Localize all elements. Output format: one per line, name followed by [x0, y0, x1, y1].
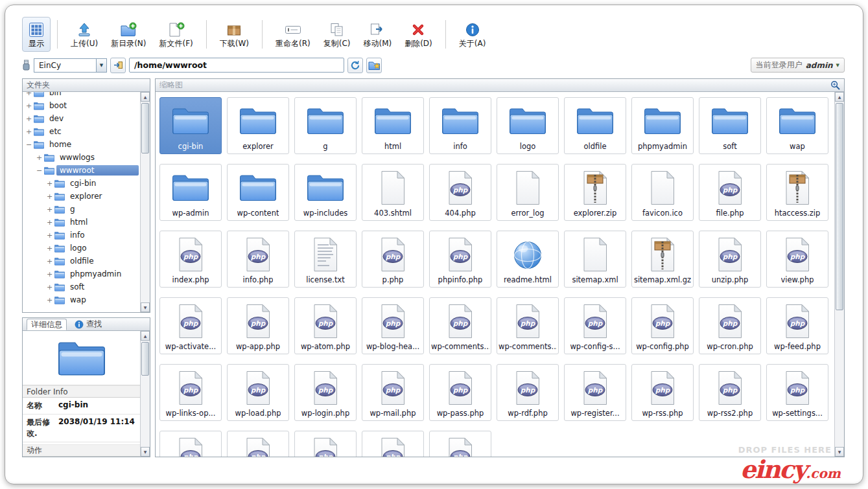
scroll-thumb[interactable]	[141, 103, 149, 154]
file-tile-phpmyadmin[interactable]: phpmyadmin	[631, 97, 694, 154]
file-tile-logo[interactable]: logo	[497, 97, 559, 154]
scroll-down-button[interactable]: ▼	[141, 447, 150, 457]
go-button[interactable]	[110, 58, 126, 73]
file-tile-phpinfo.php[interactable]: php phpinfo.php	[429, 231, 491, 288]
file-tile-wp-atom.php[interactable]: php wp-atom.php	[294, 297, 357, 354]
tree-item-home[interactable]: − home	[23, 138, 140, 151]
file-tile[interactable]: php	[294, 431, 357, 457]
tree-item-dev[interactable]: + dev	[23, 112, 140, 125]
scroll-track[interactable]	[835, 102, 844, 447]
file-tile-wp-config-s...[interactable]: php wp-config-s...	[564, 297, 626, 354]
tab-details[interactable]: 详细信息	[27, 319, 67, 330]
tree-item-etc[interactable]: + etc	[23, 125, 140, 138]
file-tile-wp-content[interactable]: wp-content	[227, 164, 289, 221]
file-tile-file.php[interactable]: php file.php	[699, 164, 761, 221]
file-tile-wap[interactable]: wap	[766, 97, 828, 154]
scroll-track[interactable]	[141, 341, 150, 447]
file-tile-wp-pass.php[interactable]: php wp-pass.php	[429, 364, 491, 421]
tree-item-boot[interactable]: + boot	[23, 99, 140, 112]
favorite-button[interactable]	[366, 58, 382, 73]
site-combobox-value[interactable]: EinCy	[34, 58, 96, 73]
file-tile-wp-feed.php[interactable]: php wp-feed.php	[766, 297, 828, 354]
scroll-up-button[interactable]: ▲	[835, 92, 844, 102]
file-tile-error_log[interactable]: error_log	[497, 164, 559, 221]
tree-item-oldfile[interactable]: + oldfile	[23, 255, 140, 267]
file-tile-wp-settings...[interactable]: php wp-settings...	[766, 364, 828, 421]
site-combobox-dropdown-button[interactable]: ▼	[96, 58, 107, 73]
expand-toggle-icon[interactable]: +	[46, 179, 53, 188]
toolbar-button-new-file[interactable]: 新文件(F)	[153, 17, 200, 52]
expand-toggle-icon[interactable]: −	[36, 166, 43, 175]
toolbar-button-about[interactable]: 关于(A)	[452, 17, 493, 52]
file-tile-oldfile[interactable]: oldfile	[564, 97, 626, 154]
file-tile-wp-rdf.php[interactable]: php wp-rdf.php	[497, 364, 559, 421]
file-tile-wp-activate...[interactable]: php wp-activate...	[159, 297, 222, 354]
file-tile-wp-admin[interactable]: wp-admin	[159, 164, 222, 221]
expand-toggle-icon[interactable]: −	[25, 141, 32, 149]
file-tile-wp-comments...[interactable]: php wp-comments...	[497, 297, 559, 354]
file-tile-explorer[interactable]: explorer	[227, 97, 289, 154]
toolbar-button-copy[interactable]: 复制(C)	[317, 17, 357, 52]
file-tile-wp-blog-hea...[interactable]: php wp-blog-hea...	[362, 297, 424, 354]
file-tile-info[interactable]: info	[429, 97, 491, 154]
expand-toggle-icon[interactable]: +	[25, 128, 32, 136]
file-tile-wp-app.php[interactable]: php wp-app.php	[227, 297, 289, 354]
expand-toggle-icon[interactable]: +	[46, 296, 53, 304]
file-tile-explorer.zip[interactable]: explorer.zip	[564, 164, 626, 221]
expand-toggle-icon[interactable]: +	[46, 218, 53, 227]
file-tile-wp-register...[interactable]: php wp-register...	[564, 364, 626, 421]
file-tile-htaccess.zip[interactable]: htaccess.zip	[766, 164, 828, 221]
scroll-track[interactable]	[141, 102, 150, 302]
expand-toggle-icon[interactable]: +	[46, 257, 53, 266]
file-tile-sitemap.xml.gz[interactable]: sitemap.xml.gz	[631, 231, 694, 288]
tree-item-phpmyadmin[interactable]: + phpmyadmin	[23, 267, 140, 280]
expand-toggle-icon[interactable]: +	[25, 115, 32, 123]
file-tile-wp-cron.php[interactable]: php wp-cron.php	[699, 297, 761, 354]
file-tile-wp-rss.php[interactable]: php wp-rss.php	[631, 364, 694, 421]
file-tile-readme.html[interactable]: readme.html	[497, 231, 559, 288]
toolbar-button-display[interactable]: 显示	[22, 17, 51, 52]
file-tile-403.shtml[interactable]: 403.shtml	[362, 164, 424, 221]
tree-item-wwwlogs[interactable]: + wwwlogs	[23, 151, 140, 164]
tree-item-cgi-bin[interactable]: + cgi-bin	[23, 177, 140, 190]
file-tile-info.php[interactable]: php info.php	[227, 231, 289, 288]
toolbar-button-upload[interactable]: 上传(U)	[64, 17, 104, 52]
refresh-button[interactable]	[347, 58, 363, 73]
file-tile-wp-rss2.php[interactable]: php wp-rss2.php	[699, 364, 761, 421]
expand-toggle-icon[interactable]: +	[46, 192, 53, 201]
scroll-down-button[interactable]: ▼	[141, 302, 150, 312]
file-tile-wp-comments...[interactable]: php wp-comments...	[429, 297, 491, 354]
expand-toggle-icon[interactable]: +	[46, 270, 53, 279]
toolbar-button-new-folder[interactable]: 新目录(N)	[104, 17, 152, 52]
tab-search[interactable]: 查找	[71, 319, 106, 330]
tree-item-logo[interactable]: + logo	[23, 242, 140, 255]
file-tile-wp-includes[interactable]: wp-includes	[294, 164, 357, 221]
tree-item-explorer[interactable]: + explorer	[23, 190, 140, 203]
expand-toggle-icon[interactable]: +	[46, 231, 53, 240]
file-tile-wp-links-op...[interactable]: php wp-links-op...	[159, 364, 222, 421]
tree-item-g[interactable]: + g	[23, 203, 140, 216]
file-tile[interactable]: php	[362, 431, 424, 457]
expand-toggle-icon[interactable]: +	[46, 283, 53, 291]
path-input[interactable]	[129, 58, 344, 73]
file-tile-wp-load.php[interactable]: php wp-load.php	[227, 364, 289, 421]
scroll-up-button[interactable]: ▲	[141, 331, 150, 341]
toolbar-button-rename[interactable]: 重命名(R)	[269, 17, 317, 52]
file-tile-wp-login.php[interactable]: php wp-login.php	[294, 364, 357, 421]
toolbar-button-delete[interactable]: 删除(D)	[398, 17, 439, 52]
magnifier-icon[interactable]	[830, 80, 840, 90]
file-tile-favicon.ico[interactable]: favicon.ico	[631, 164, 694, 221]
expand-toggle-icon[interactable]: +	[25, 102, 32, 110]
file-tile-index.php[interactable]: php index.php	[159, 231, 222, 288]
file-tile[interactable]: php	[227, 431, 289, 457]
current-user-box[interactable]: 当前登录用户 admin ▼	[751, 58, 845, 73]
file-tile-soft[interactable]: soft	[699, 97, 761, 154]
tree-item-info[interactable]: + info	[23, 229, 140, 242]
file-tile-unzip.php[interactable]: php unzip.php	[699, 231, 761, 288]
file-tile-license.txt[interactable]: license.txt	[294, 231, 357, 288]
tree-item-wap[interactable]: + wap	[23, 293, 140, 306]
expand-toggle-icon[interactable]: +	[25, 92, 32, 97]
file-tile-cgi-bin[interactable]: cgi-bin	[159, 97, 222, 154]
file-tile-wp-config.php[interactable]: php wp-config.php	[631, 297, 694, 354]
file-tile-wp-mail.php[interactable]: php wp-mail.php	[362, 364, 424, 421]
